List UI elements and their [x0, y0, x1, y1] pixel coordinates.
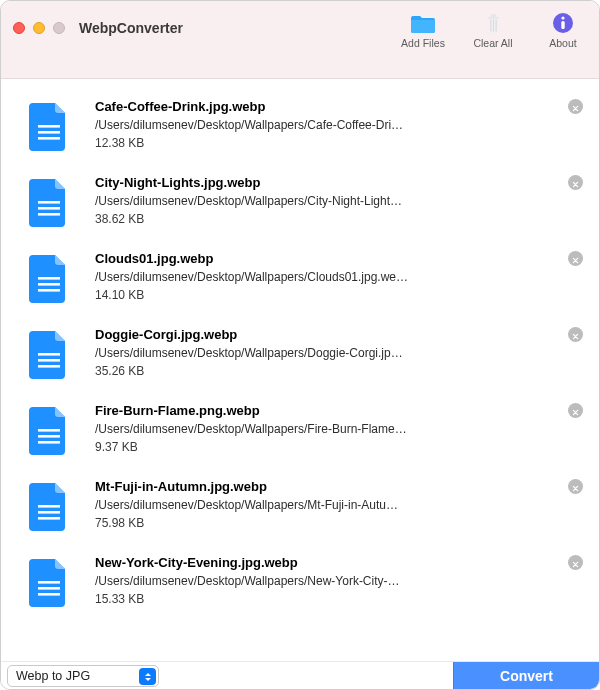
file-path: /Users/dilumsenev/Desktop/Wallpapers/Clo… [95, 270, 435, 284]
file-icon [29, 179, 69, 227]
subbar [1, 55, 599, 79]
toolbar: Add Files Clear All About [399, 7, 587, 49]
remove-file-button[interactable] [568, 99, 583, 114]
file-icon [29, 103, 69, 151]
svg-rect-4 [38, 131, 60, 134]
file-name: Cafe-Coffee-Drink.jpg.webp [95, 99, 543, 114]
file-meta: Fire-Burn-Flame.png.webp /Users/dilumsen… [95, 403, 583, 454]
trash-icon [481, 11, 505, 35]
info-icon [551, 11, 575, 35]
about-button[interactable]: About [539, 11, 587, 49]
file-meta: Mt-Fuji-in-Autumn.jpg.webp /Users/dilums… [95, 479, 583, 530]
file-icon [29, 559, 69, 607]
file-icon [29, 407, 69, 455]
file-icon [29, 483, 69, 531]
close-icon [572, 98, 579, 116]
svg-rect-20 [38, 517, 60, 520]
folder-icon [411, 11, 435, 35]
close-icon [572, 326, 579, 344]
file-size: 75.98 KB [95, 516, 543, 530]
file-path: /Users/dilumsenev/Desktop/Wallpapers/Fir… [95, 422, 435, 436]
add-files-label: Add Files [401, 37, 445, 49]
svg-rect-17 [38, 441, 60, 444]
svg-rect-5 [38, 137, 60, 140]
file-list: Cafe-Coffee-Drink.jpg.webp /Users/dilums… [1, 79, 599, 661]
file-name: Mt-Fuji-in-Autumn.jpg.webp [95, 479, 543, 494]
file-meta: Clouds01.jpg.webp /Users/dilumsenev/Desk… [95, 251, 583, 302]
clear-all-button[interactable]: Clear All [469, 11, 517, 49]
file-row[interactable]: City-Night-Lights.jpg.webp /Users/dilums… [1, 165, 599, 241]
svg-rect-3 [38, 125, 60, 128]
svg-rect-6 [38, 201, 60, 204]
svg-point-1 [561, 16, 564, 19]
app-title: WebpConverter [79, 20, 183, 36]
svg-rect-16 [38, 435, 60, 438]
file-name: City-Night-Lights.jpg.webp [95, 175, 543, 190]
file-row[interactable]: Cafe-Coffee-Drink.jpg.webp /Users/dilums… [1, 89, 599, 165]
close-icon [572, 402, 579, 420]
file-row[interactable]: Doggie-Corgi.jpg.webp /Users/dilumsenev/… [1, 317, 599, 393]
titlebar: WebpConverter Add Files Clear All [1, 1, 599, 55]
svg-rect-23 [38, 593, 60, 596]
close-icon [572, 250, 579, 268]
file-meta: Cafe-Coffee-Drink.jpg.webp /Users/dilums… [95, 99, 583, 150]
file-size: 15.33 KB [95, 592, 543, 606]
file-path: /Users/dilumsenev/Desktop/Wallpapers/Cit… [95, 194, 435, 208]
file-path: /Users/dilumsenev/Desktop/Wallpapers/New… [95, 574, 435, 588]
convert-label: Convert [500, 668, 553, 684]
file-icon [29, 255, 69, 303]
remove-file-button[interactable] [568, 175, 583, 190]
svg-rect-19 [38, 511, 60, 514]
file-size: 12.38 KB [95, 136, 543, 150]
convert-button[interactable]: Convert [453, 662, 599, 689]
close-icon [572, 478, 579, 496]
zoom-window-button[interactable] [53, 22, 65, 34]
file-meta: Doggie-Corgi.jpg.webp /Users/dilumsenev/… [95, 327, 583, 378]
remove-file-button[interactable] [568, 479, 583, 494]
svg-rect-9 [38, 277, 60, 280]
add-files-button[interactable]: Add Files [399, 11, 447, 49]
file-meta: City-Night-Lights.jpg.webp /Users/dilums… [95, 175, 583, 226]
about-label: About [549, 37, 576, 49]
file-path: /Users/dilumsenev/Desktop/Wallpapers/Dog… [95, 346, 435, 360]
file-name: Fire-Burn-Flame.png.webp [95, 403, 543, 418]
svg-rect-21 [38, 581, 60, 584]
close-icon [572, 554, 579, 572]
close-icon [572, 174, 579, 192]
file-row[interactable]: New-York-City-Evening.jpg.webp /Users/di… [1, 545, 599, 621]
file-row[interactable]: Fire-Burn-Flame.png.webp /Users/dilumsen… [1, 393, 599, 469]
file-row[interactable]: Clouds01.jpg.webp /Users/dilumsenev/Desk… [1, 241, 599, 317]
file-size: 35.26 KB [95, 364, 543, 378]
svg-rect-13 [38, 359, 60, 362]
file-size: 14.10 KB [95, 288, 543, 302]
file-size: 9.37 KB [95, 440, 543, 454]
remove-file-button[interactable] [568, 251, 583, 266]
clear-all-label: Clear All [473, 37, 512, 49]
file-path: /Users/dilumsenev/Desktop/Wallpapers/Caf… [95, 118, 435, 132]
svg-rect-15 [38, 429, 60, 432]
svg-rect-2 [561, 21, 564, 29]
output-format-value: Webp to JPG [16, 669, 90, 683]
file-row[interactable]: Mt-Fuji-in-Autumn.jpg.webp /Users/dilums… [1, 469, 599, 545]
svg-rect-8 [38, 213, 60, 216]
file-name: Doggie-Corgi.jpg.webp [95, 327, 543, 342]
output-format-select[interactable]: Webp to JPG [7, 665, 159, 687]
file-meta: New-York-City-Evening.jpg.webp /Users/di… [95, 555, 583, 606]
close-window-button[interactable] [13, 22, 25, 34]
file-name: New-York-City-Evening.jpg.webp [95, 555, 543, 570]
svg-rect-10 [38, 283, 60, 286]
minimize-window-button[interactable] [33, 22, 45, 34]
file-icon [29, 331, 69, 379]
window-controls [13, 22, 65, 34]
bottom-bar: Webp to JPG Convert [1, 661, 599, 689]
file-size: 38.62 KB [95, 212, 543, 226]
svg-rect-12 [38, 353, 60, 356]
remove-file-button[interactable] [568, 555, 583, 570]
svg-rect-11 [38, 289, 60, 292]
remove-file-button[interactable] [568, 403, 583, 418]
svg-rect-14 [38, 365, 60, 368]
remove-file-button[interactable] [568, 327, 583, 342]
svg-rect-18 [38, 505, 60, 508]
file-name: Clouds01.jpg.webp [95, 251, 543, 266]
chevron-updown-icon [139, 668, 156, 685]
